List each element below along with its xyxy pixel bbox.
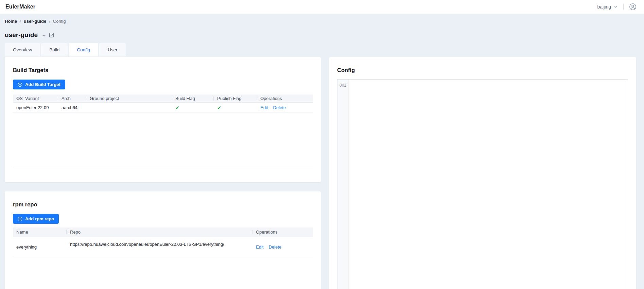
app-logo[interactable]: EulerMaker — [5, 4, 35, 10]
breadcrumb-separator: / — [20, 19, 21, 24]
rpm-repo-title: rpm repo — [13, 201, 313, 208]
tab-build[interactable]: Build — [41, 43, 68, 56]
tab-bar: Overview Build Config User — [5, 43, 636, 56]
add-rpm-repo-label: Add rpm repo — [25, 216, 54, 221]
build-targets-title: Build Targets — [13, 66, 313, 74]
tab-overview[interactable]: Overview — [5, 43, 40, 56]
cell-repo-url: https://repo.huaweicloud.com/openeuler/o… — [70, 242, 224, 247]
plus-circle-icon — [18, 217, 22, 221]
column-header-publish-flag: Publish Flag — [214, 95, 257, 102]
column-header-os-variant: OS_Variant — [13, 95, 58, 102]
page-subtitle: -- — [42, 33, 46, 38]
column-header-operations: Operations — [253, 227, 313, 237]
build-flag-check-icon: ✔ — [175, 105, 179, 110]
rpm-repo-table: Name Repo Operations everything https://… — [13, 227, 313, 257]
edit-description-icon[interactable] — [49, 33, 54, 38]
line-number: 001 — [337, 82, 348, 89]
column-header-build-flag: Build Flag — [172, 95, 214, 102]
rpm-repo-table-header: Name Repo Operations — [13, 227, 313, 237]
column-header-operations: Operations — [257, 95, 313, 102]
rpm-repo-edit-link[interactable]: Edit — [256, 244, 263, 250]
config-card: Config 001 — [329, 57, 636, 289]
cell-ground-project — [86, 103, 172, 113]
chevron-down-icon[interactable] — [614, 5, 618, 9]
build-target-table-row: openEuler:22.09 aarch64 ✔ ✔ Edit Delete — [13, 103, 313, 113]
column-header-repo: Repo — [67, 227, 253, 237]
header-divider — [623, 4, 624, 10]
username-dropdown[interactable]: baijing — [597, 4, 611, 10]
build-target-edit-link[interactable]: Edit — [260, 105, 268, 110]
breadcrumb-separator: / — [49, 19, 50, 24]
tab-config[interactable]: Config — [69, 43, 98, 56]
publish-flag-check-icon: ✔ — [217, 105, 221, 110]
cell-repo-name: everything — [13, 237, 67, 257]
add-rpm-repo-button[interactable]: Add rpm repo — [13, 214, 59, 224]
breadcrumb: Home / user-guide / Config — [5, 18, 636, 24]
build-targets-empty-area — [13, 113, 313, 167]
rpm-repo-card: rpm repo Add rpm repo Name Repo Opera — [5, 191, 321, 289]
header-right: baijing — [597, 3, 637, 11]
editor-text-area[interactable] — [349, 80, 628, 289]
breadcrumb-home[interactable]: Home — [5, 19, 17, 24]
build-target-delete-link[interactable]: Delete — [273, 105, 286, 110]
column-header-arch: Arch — [58, 95, 86, 102]
column-header-name: Name — [13, 227, 67, 237]
editor-line-number-gutter: 001 — [337, 80, 349, 289]
column-header-ground-project: Ground project — [86, 95, 172, 102]
config-title: Config — [337, 66, 628, 74]
breadcrumb-user-guide[interactable]: user-guide — [24, 19, 46, 24]
add-build-target-button[interactable]: Add Build Target — [13, 80, 65, 89]
config-code-editor[interactable]: 001 — [337, 79, 628, 289]
build-targets-table: OS_Variant Arch Ground project Build Fla… — [13, 95, 313, 167]
page-title: user-guide — [5, 31, 38, 39]
cell-arch: aarch64 — [58, 103, 86, 113]
user-avatar-icon[interactable] — [629, 3, 637, 11]
rpm-repo-delete-link[interactable]: Delete — [268, 244, 281, 250]
app-header: EulerMaker baijing — [0, 0, 644, 14]
rpm-repo-table-row: everything https://repo.huaweicloud.com/… — [13, 237, 313, 257]
build-targets-table-header: OS_Variant Arch Ground project Build Fla… — [13, 95, 313, 103]
title-row: user-guide -- — [5, 31, 636, 39]
tab-user[interactable]: User — [99, 43, 126, 56]
breadcrumb-config: Config — [53, 19, 66, 24]
cell-os-variant: openEuler:22.09 — [13, 103, 58, 113]
add-build-target-label: Add Build Target — [25, 82, 60, 87]
plus-circle-icon — [18, 82, 22, 87]
build-targets-card: Build Targets Add Build Target OS_Varian… — [5, 57, 321, 182]
